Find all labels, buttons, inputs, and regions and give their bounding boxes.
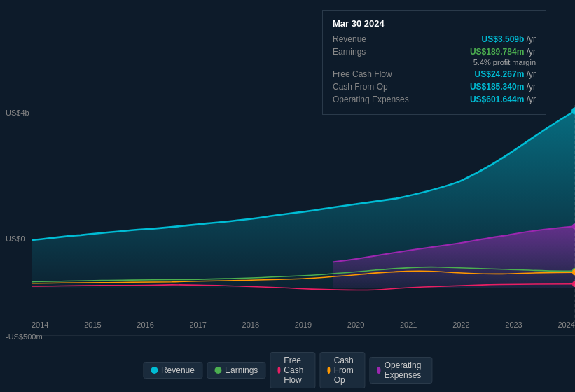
tooltip-label-fcf: Free Cash Flow <box>333 69 417 79</box>
legend-revenue[interactable]: Revenue <box>143 362 202 379</box>
legend-earnings[interactable]: Earnings <box>207 362 265 379</box>
y-label-mid: US$0 <box>6 234 25 243</box>
legend-label-fcf: Free Cash Flow <box>284 356 307 385</box>
tooltip-value-opex: US$601.644m /yr <box>470 94 536 104</box>
x-label-2017: 2017 <box>189 321 206 329</box>
x-label-2024: 2024 <box>557 321 574 329</box>
legend-dot-revenue <box>151 367 158 374</box>
x-label-2022: 2022 <box>452 321 469 329</box>
tooltip-row-revenue: Revenue US$3.509b /yr <box>333 34 536 44</box>
tooltip-value-fcf: US$24.267m /yr <box>475 69 536 79</box>
chart-legend: Revenue Earnings Free Cash Flow Cash Fro… <box>143 352 432 388</box>
x-label-2021: 2021 <box>400 321 417 329</box>
tooltip-label-cashop: Cash From Op <box>333 82 417 92</box>
x-label-2015: 2015 <box>84 321 101 329</box>
y-label-top: US$4b <box>6 108 29 117</box>
legend-label-cashop: Cash From Op <box>334 356 358 385</box>
x-label-2020: 2020 <box>347 321 364 329</box>
legend-opex[interactable]: Operating Expenses <box>369 357 432 384</box>
legend-dot-fcf <box>277 367 280 374</box>
x-label-2016: 2016 <box>137 321 153 329</box>
tooltip-row-fcf: Free Cash Flow US$24.267m /yr <box>333 69 536 79</box>
legend-dot-cashop <box>327 367 330 374</box>
tooltip-value-earnings: US$189.784m /yr <box>470 47 536 57</box>
legend-label-earnings: Earnings <box>225 365 258 375</box>
tooltip-row-earnings: Earnings US$189.784m /yr <box>333 47 536 57</box>
tooltip-label-revenue: Revenue <box>333 34 417 44</box>
legend-dot-opex <box>377 367 380 374</box>
legend-fcf[interactable]: Free Cash Flow <box>270 352 315 388</box>
x-label-2014: 2014 <box>32 321 48 329</box>
tooltip-sub-earnings: 5.4% profit margin <box>333 58 536 66</box>
tooltip-date: Mar 30 2024 <box>333 18 536 29</box>
tooltip-label-opex: Operating Expenses <box>333 94 417 104</box>
tooltip-row-cashop: Cash From Op US$185.340m /yr <box>333 82 536 92</box>
legend-cashop[interactable]: Cash From Op <box>319 352 365 388</box>
tooltip-row-opex: Operating Expenses US$601.644m /yr <box>333 94 536 104</box>
tooltip-label-earnings: Earnings <box>333 47 417 57</box>
x-label-2023: 2023 <box>505 321 522 329</box>
x-label-2019: 2019 <box>295 321 312 329</box>
legend-dot-earnings <box>214 367 221 374</box>
x-labels: 2014 2015 2016 2017 2018 2019 2020 2021 … <box>32 321 575 329</box>
tooltip-value-cashop: US$185.340m /yr <box>470 82 536 92</box>
legend-label-revenue: Revenue <box>161 365 195 375</box>
legend-label-opex: Operating Expenses <box>385 360 424 380</box>
chart-svg <box>32 105 575 354</box>
tooltip-value-revenue: US$3.509b /yr <box>482 34 536 44</box>
chart-area: US$4b US$0 -US$500m <box>0 105 575 354</box>
x-label-2018: 2018 <box>242 321 259 329</box>
data-tooltip: Mar 30 2024 Revenue US$3.509b /yr Earnin… <box>322 10 546 115</box>
